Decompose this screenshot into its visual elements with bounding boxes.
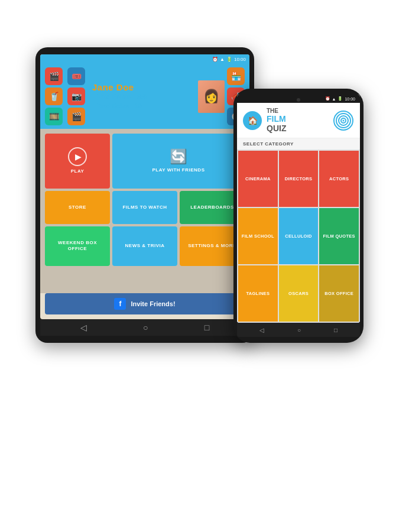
category-oscars-label: Oscars <box>288 291 309 297</box>
category-label: Select Category <box>237 138 360 150</box>
clapper-icon: 🎬 <box>67 108 85 125</box>
category-celluloid-button[interactable]: Celluloid <box>279 208 319 264</box>
play-icon: ▶ <box>68 147 87 166</box>
category-actors-button[interactable]: Actors <box>319 151 359 207</box>
phone-recents[interactable]: □ <box>334 327 337 333</box>
concentric-circles-icon <box>333 110 354 131</box>
time-display: 10:00 <box>234 57 246 62</box>
facebook-icon: f <box>114 298 126 310</box>
tablet-statusbar: ⏰ ▲ 🔋 10:00 <box>40 54 249 64</box>
ticket-icon: 🎟️ <box>67 67 85 85</box>
tablet-screen: ⏰ ▲ 🔋 10:00 🎬 🥤 🎞️ 🎟️ 📷 🎬 Jane D <box>40 54 249 319</box>
recents-button[interactable]: □ <box>205 323 209 332</box>
user-stats: Total Points 556 Total Coins 10 <box>92 92 196 111</box>
phone-home-icon[interactable]: 🏠 <box>243 111 262 130</box>
category-taglines-button[interactable]: Taglines <box>238 265 278 322</box>
weekend-box-office-button[interactable]: Weekend Box Office <box>45 226 110 266</box>
settings-label: Settings & More <box>188 243 236 249</box>
battery-icon: 🔋 <box>226 57 232 62</box>
category-film-school-button[interactable]: Film School <box>238 208 278 264</box>
store-icon: 🏪 <box>227 67 245 85</box>
tablet: ⏰ ▲ 🔋 10:00 🎬 🥤 🎞️ 🎟️ 📷 🎬 Jane D <box>35 47 254 343</box>
phone-time: 10:00 <box>345 97 355 101</box>
avatar: 👩 <box>198 80 225 113</box>
news-trivia-button[interactable]: News & Trivia <box>112 226 177 266</box>
category-directors-label: Directors <box>285 176 313 182</box>
tablet-icons-left: 🎬 🥤 🎞️ <box>45 67 63 125</box>
drink-icon: 🥤 <box>45 87 63 105</box>
phone-camera <box>297 98 300 102</box>
play-with-friends-button[interactable]: 🔄 Play with Friends <box>112 134 245 189</box>
phone-back[interactable]: ◁ <box>259 327 264 333</box>
category-box-office-button[interactable]: Box Office <box>319 265 359 322</box>
category-film-quotes-button[interactable]: Film Quotes <box>319 208 359 264</box>
phone: ⏰ ▲ 🔋 10:00 🏠 THE FILM QUIZ <box>233 89 363 343</box>
phone-wifi: ▲ <box>332 97 336 101</box>
news-label: News & Trivia <box>125 243 165 249</box>
phone-screen: ⏰ ▲ 🔋 10:00 🏠 THE FILM QUIZ <box>237 95 360 323</box>
store-button[interactable]: Store <box>45 191 110 225</box>
points-value: 556 <box>137 93 147 100</box>
films-watch-label: Films to Watch <box>122 205 167 210</box>
category-cinerama-label: Cinerama <box>245 176 271 182</box>
invite-label: Invite Friends! <box>131 300 175 307</box>
phone-clock: ⏰ <box>325 96 330 101</box>
back-button[interactable]: ◁ <box>80 323 87 332</box>
store-label: Store <box>69 205 86 210</box>
svg-point-4 <box>343 119 345 121</box>
category-directors-button[interactable]: Directors <box>279 151 319 207</box>
weekend-label: Weekend Box Office <box>48 240 106 252</box>
category-film-school-label: Film School <box>242 233 274 239</box>
category-oscars-button[interactable]: Oscars <box>279 265 319 322</box>
tablet-icons-center: 🎟️ 📷 🎬 <box>67 67 85 125</box>
invite-friends-button[interactable]: f Invite Friends! <box>45 293 245 314</box>
play-button[interactable]: ▶ Play <box>45 134 110 189</box>
points-label: Total Points <box>97 93 130 100</box>
tablet-grid: ▶ Play 🔄 Play with Friends Store Films t… <box>40 129 249 293</box>
phone-header: 🏠 THE FILM QUIZ <box>237 103 360 138</box>
refresh-icon: 🔄 <box>170 148 187 165</box>
tablet-nav: ◁ ○ □ <box>40 319 249 336</box>
play-friends-label: Play with Friends <box>152 167 205 173</box>
home-button[interactable]: ○ <box>143 323 148 332</box>
category-box-office-label: Box Office <box>324 291 353 297</box>
phone-category-grid: CineramaDirectorsActorsFilm SchoolCellul… <box>237 150 360 323</box>
scene: ⏰ ▲ 🔋 10:00 🎬 🥤 🎞️ 🎟️ 📷 🎬 Jane D <box>0 0 396 532</box>
app-film: FILM <box>267 114 286 124</box>
film-icon: 🎞️ <box>45 108 63 125</box>
camera-icon: 📷 <box>67 87 85 105</box>
wifi-icon: ▲ <box>220 57 225 62</box>
app-quiz: QUIZ <box>267 124 286 133</box>
coins-label: Total Coins <box>97 103 129 109</box>
category-actors-label: Actors <box>329 176 349 182</box>
category-cinerama-button[interactable]: Cinerama <box>238 151 278 207</box>
phone-home[interactable]: ○ <box>297 327 301 333</box>
glasses-icon: 🎬 <box>45 67 63 85</box>
category-film-quotes-label: Film Quotes <box>323 233 355 239</box>
category-taglines-label: Taglines <box>246 291 270 297</box>
app-the: THE <box>267 108 278 114</box>
coins-value: 10 <box>135 103 141 109</box>
phone-nav: ◁ ○ □ <box>237 323 360 337</box>
clock-icon: ⏰ <box>212 57 218 62</box>
play-label: Play <box>71 168 85 174</box>
app-logo: THE FILM QUIZ <box>267 108 328 133</box>
leaderboards-label: Leaderboards <box>190 205 234 210</box>
films-watch-button[interactable]: Films to Watch <box>112 191 177 225</box>
user-name: Jane Doe <box>92 82 196 92</box>
tablet-topbar: 🎬 🥤 🎞️ 🎟️ 📷 🎬 Jane Doe Total Points 556 … <box>40 64 249 129</box>
category-celluloid-label: Celluloid <box>285 233 312 239</box>
phone-battery: 🔋 <box>337 96 343 101</box>
tablet-user-info: Jane Doe Total Points 556 Total Coins 10 <box>90 82 196 111</box>
